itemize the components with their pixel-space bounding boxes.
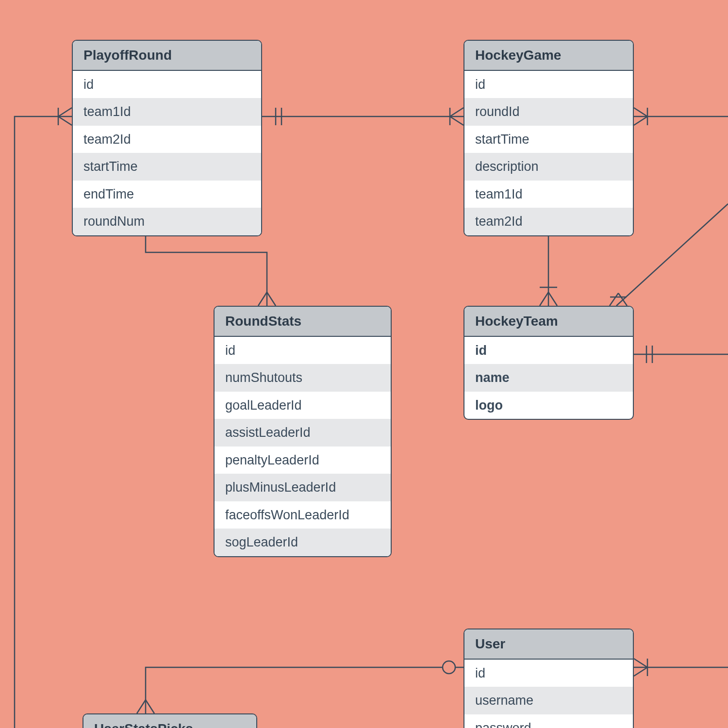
entity-title: HockeyGame [464,41,633,71]
svg-line-26 [610,293,618,306]
svg-line-8 [58,116,72,125]
svg-line-32 [137,700,146,713]
svg-line-37 [634,667,647,676]
svg-line-7 [58,108,72,116]
svg-line-36 [634,659,647,667]
entity-playoff-round: PlayoffRound id team1Id team2Id startTim… [72,40,262,236]
entity-attr: sogLeaderId [215,529,391,556]
entity-attr: id [464,660,633,687]
entity-hockey-team: HockeyTeam id name logo [463,306,634,420]
entity-attr: goalLeaderId [215,392,391,419]
entity-attr: numShutouts [215,364,391,391]
entity-attr: password [464,714,633,728]
entity-attr: description [464,153,633,180]
svg-line-12 [267,292,276,306]
svg-line-11 [258,292,267,306]
svg-line-27 [618,293,627,306]
entity-attr: id [464,337,633,364]
entity-attr: startTime [464,126,633,153]
svg-point-31 [443,661,455,674]
entity-title: User [464,629,633,660]
entity-hockey-game: HockeyGame id roundId startTime descript… [463,40,634,236]
entity-attr: roundNum [73,208,261,235]
entity-attr: name [464,364,633,391]
entity-attr: username [464,687,633,714]
entity-attr: id [73,71,261,98]
svg-line-23 [548,292,557,306]
entity-attr: faceoffsWonLeaderId [215,501,391,529]
entity-attr: id [464,71,633,98]
svg-line-16 [634,116,647,125]
entity-title: PlayoffRound [73,41,261,71]
entity-attr: team2Id [73,126,261,153]
svg-line-15 [634,108,647,116]
entity-attr: team2Id [464,208,633,235]
entity-attr: plusMinusLeaderId [215,474,391,501]
svg-line-33 [146,700,154,713]
entity-attr: logo [464,392,633,419]
entity-attr: endTime [73,181,261,208]
entity-attr: team1Id [73,98,261,125]
entity-title: RoundStats [215,307,391,337]
svg-line-4 [450,108,463,116]
entity-user: User id username password [463,629,634,728]
entity-round-stats: RoundStats id numShutouts goalLeaderId a… [214,306,392,557]
entity-title: HockeyTeam [464,307,633,337]
entity-attr: assistLeaderId [215,419,391,446]
svg-line-22 [540,292,548,306]
entity-title: UserStatsPicks [83,714,256,728]
entity-attr: team1Id [464,181,633,208]
entity-attr: id [215,337,391,364]
entity-attr: roundId [464,98,633,125]
entity-attr: startTime [73,153,261,180]
svg-line-5 [450,116,463,125]
entity-attr: penaltyLeaderId [215,447,391,474]
entity-user-stats-picks: UserStatsPicks [83,713,257,728]
